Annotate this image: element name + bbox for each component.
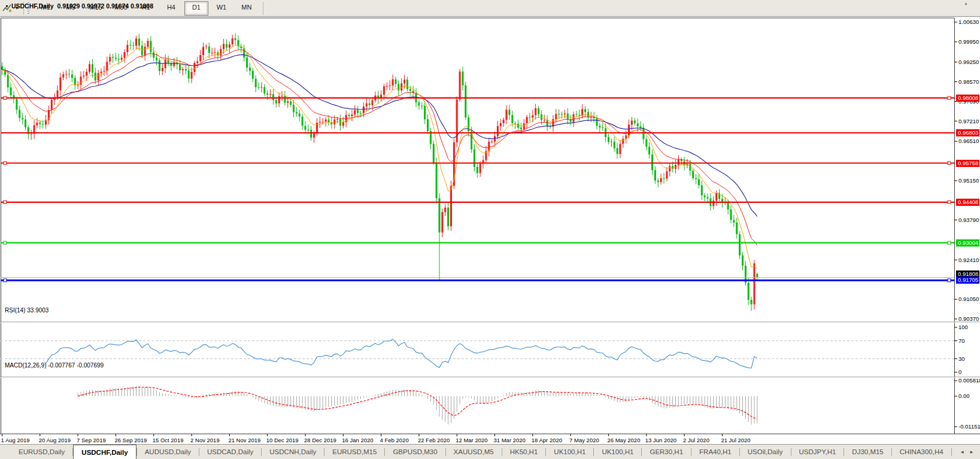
svg-text:20 Aug 2019: 20 Aug 2019 bbox=[39, 437, 71, 443]
tab-gbpusd-m30-6[interactable]: GBPUSD,M30 bbox=[385, 445, 445, 459]
tabs-scroll-right-icon[interactable]: ► bbox=[969, 449, 974, 455]
svg-text:0.95150: 0.95150 bbox=[958, 177, 979, 184]
tab-hk50-h1-8[interactable]: HK50,H1 bbox=[502, 445, 546, 459]
svg-text:18 Apr 2020: 18 Apr 2020 bbox=[532, 437, 562, 443]
price-line-label-4: 0.94408 bbox=[956, 199, 979, 206]
tabs-scroll-left-icon[interactable]: ◄ bbox=[960, 449, 964, 455]
svg-text:31 Mar 2020: 31 Mar 2020 bbox=[494, 437, 526, 443]
chart-svg[interactable]: 1.006300.999500.992500.985700.978900.972… bbox=[0, 17, 980, 444]
svg-text:2 Nov 2019: 2 Nov 2019 bbox=[190, 437, 220, 443]
macd-indicator-label: MACD(12,26,9) -0.007767 -0.007699 bbox=[5, 362, 104, 369]
tab-fra40-h1-12[interactable]: FRA40,H1 bbox=[691, 445, 739, 459]
svg-text:0.98570: 0.98570 bbox=[958, 78, 979, 85]
tab-usdchf-daily-1[interactable]: USDCHF,Daily bbox=[73, 445, 136, 459]
svg-text:21 Nov 2019: 21 Nov 2019 bbox=[228, 437, 260, 443]
tab-usoil-daily-13[interactable]: USOil,Daily bbox=[740, 445, 791, 459]
price-line-label-6: 0.91705 bbox=[956, 276, 979, 284]
ohlc-low: 0.91674 bbox=[106, 2, 129, 10]
svg-text:30: 30 bbox=[958, 355, 965, 362]
svg-text:0.91050: 0.91050 bbox=[958, 296, 979, 302]
symbol-tab-bar: EURUSD,DailyUSDCHF,DailyAUDUSD,DailyUSDC… bbox=[0, 444, 980, 459]
toolbar-separator-2 bbox=[263, 2, 263, 15]
timeframe-button-d1[interactable]: D1 bbox=[184, 1, 208, 16]
svg-text:0.90370: 0.90370 bbox=[958, 315, 979, 322]
tab-usdcad-daily-3[interactable]: USDCAD,Daily bbox=[199, 445, 261, 459]
chart-title-collapse-icon[interactable]: ▼ bbox=[5, 4, 9, 8]
ohlc-open: 0.91929 bbox=[57, 2, 80, 10]
timeframe-button-w1[interactable]: W1 bbox=[210, 1, 233, 16]
svg-text:0.93790: 0.93790 bbox=[958, 217, 979, 223]
rsi-indicator-label: RSI(14) 33.9003 bbox=[5, 307, 48, 314]
price-line-label-2: 0.96803 bbox=[956, 129, 979, 136]
svg-text:-0.011514: -0.011514 bbox=[958, 423, 980, 430]
tab-separator bbox=[951, 448, 952, 456]
svg-text:1 Aug 2019: 1 Aug 2019 bbox=[1, 437, 30, 443]
price-line-label-3: 0.95758 bbox=[956, 160, 979, 167]
svg-text:26 Sep 2019: 26 Sep 2019 bbox=[114, 437, 147, 443]
timeframe-button-h4[interactable]: H4 bbox=[159, 1, 183, 16]
timeframe-button-mn[interactable]: MN bbox=[235, 1, 259, 16]
chart-title: ▼USDCHF,Daily 0.91929 0.91972 0.91674 0.… bbox=[5, 2, 153, 10]
svg-text:0.92410: 0.92410 bbox=[958, 257, 979, 263]
svg-text:0.99950: 0.99950 bbox=[958, 38, 979, 45]
svg-text:7 Sep 2019: 7 Sep 2019 bbox=[77, 437, 106, 443]
svg-text:22 Feb 2020: 22 Feb 2020 bbox=[418, 437, 450, 443]
svg-text:0.96510: 0.96510 bbox=[958, 138, 979, 144]
price-line-label-5: 0.93004 bbox=[956, 239, 979, 247]
svg-text:15 Oct 2019: 15 Oct 2019 bbox=[153, 437, 184, 443]
svg-text:0: 0 bbox=[958, 369, 961, 375]
svg-text:28 Dec 2019: 28 Dec 2019 bbox=[304, 437, 336, 443]
svg-text:1.00630: 1.00630 bbox=[958, 19, 979, 25]
svg-text:4 Feb 2020: 4 Feb 2020 bbox=[380, 437, 409, 443]
tab-uk100-h1-10[interactable]: UK100,H1 bbox=[594, 445, 641, 459]
svg-text:12 Mar 2020: 12 Mar 2020 bbox=[456, 437, 487, 443]
svg-text:100: 100 bbox=[958, 324, 968, 330]
ohlc-high: 0.91972 bbox=[81, 2, 104, 10]
svg-text:2 Jul 2020: 2 Jul 2020 bbox=[683, 437, 709, 443]
price-line-label-1: 0.98008 bbox=[956, 95, 979, 102]
tab-eurusd-daily-0[interactable]: EURUSD,Daily bbox=[11, 445, 72, 459]
svg-text:7 May 2020: 7 May 2020 bbox=[569, 437, 599, 443]
svg-text:0.005818: 0.005818 bbox=[958, 377, 980, 384]
tab-dj30-m15-15[interactable]: DJ30,M15 bbox=[844, 445, 891, 459]
svg-text:21 Jul 2020: 21 Jul 2020 bbox=[721, 437, 750, 443]
svg-text:0.00: 0.00 bbox=[958, 393, 970, 399]
chart-canvas[interactable]: 1.006300.999500.992500.985700.978900.972… bbox=[0, 17, 980, 444]
tab-xauusd-m5-7[interactable]: XAUUSD,M5 bbox=[446, 445, 502, 459]
svg-text:26 May 2020: 26 May 2020 bbox=[608, 437, 641, 443]
svg-text:0.97210: 0.97210 bbox=[958, 118, 979, 124]
svg-text:0.99250: 0.99250 bbox=[958, 59, 979, 65]
svg-text:70: 70 bbox=[958, 338, 965, 344]
svg-text:16 Jan 2020: 16 Jan 2020 bbox=[342, 437, 373, 443]
tab-ger30-h1-11[interactable]: GER30,H1 bbox=[642, 445, 691, 459]
tab-audusd-daily-2[interactable]: AUDUSD,Daily bbox=[137, 445, 199, 459]
scroll-up-arrow-icon[interactable]: ▲ bbox=[964, 1, 968, 5]
tab-eurusd-m15-5[interactable]: EURUSD,M15 bbox=[324, 445, 384, 459]
svg-text:10 Dec 2019: 10 Dec 2019 bbox=[266, 437, 299, 443]
tab-usdcnh-daily-4[interactable]: USDCNH,Daily bbox=[262, 445, 324, 459]
tab-usdjpy-h1-14[interactable]: USDJPY,H1 bbox=[791, 445, 844, 459]
svg-text:13 Jun 2020: 13 Jun 2020 bbox=[645, 437, 676, 443]
tab-china300-h4-16[interactable]: CHINA300,H4 bbox=[892, 445, 951, 459]
mt4-window: ▼ M1M5M15M30H1H4D1W1MN 1.006300.999500.9… bbox=[0, 0, 980, 459]
chart-symbol-label: USDCHF,Daily bbox=[11, 2, 54, 10]
ohlc-close: 0.91808 bbox=[131, 2, 153, 10]
tab-uk100-h1-9[interactable]: UK100,H1 bbox=[546, 445, 593, 459]
